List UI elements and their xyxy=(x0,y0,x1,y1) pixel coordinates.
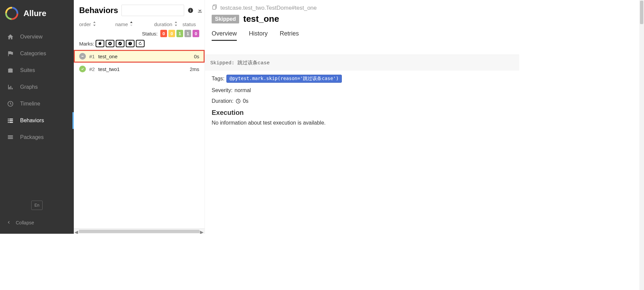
execution-message: No information about test execution is a… xyxy=(212,120,513,126)
collapse-button[interactable]: Collapse xyxy=(0,217,74,229)
duration-label: Duration: xyxy=(212,98,233,104)
severity-value: normal xyxy=(234,87,251,93)
sidebar-item-suites[interactable]: Suites xyxy=(0,62,74,79)
sidebar-item-graphs[interactable]: Graphs xyxy=(0,79,74,95)
tags-label: Tags: xyxy=(212,76,224,82)
sidebar-item-timeline[interactable]: Timeline xyxy=(0,95,74,112)
col-name[interactable]: name xyxy=(99,21,149,27)
col-status[interactable]: status xyxy=(182,21,199,27)
vertical-scrollbar[interactable] xyxy=(639,0,644,234)
test-title: test_one xyxy=(243,14,279,24)
nav-label: Timeline xyxy=(20,101,40,107)
duration-row: Duration: 0s xyxy=(212,98,513,104)
col-duration[interactable]: duration xyxy=(149,21,182,27)
mark-warning-button[interactable] xyxy=(126,40,135,47)
briefcase-icon xyxy=(7,67,14,74)
clock-icon xyxy=(235,98,241,104)
marks-filter-row: Marks: xyxy=(74,39,205,50)
svg-rect-6 xyxy=(190,10,191,12)
sidebar-bottom: En Collapse xyxy=(0,201,74,234)
panel-title: Behaviors xyxy=(79,6,118,15)
status-label: Status: xyxy=(142,31,158,37)
status-chip: Skipped xyxy=(212,15,239,23)
test-name: test_one xyxy=(98,54,191,59)
layers-icon xyxy=(7,134,14,141)
col-order[interactable]: order xyxy=(79,21,99,27)
tab-overview[interactable]: Overview xyxy=(212,28,237,41)
status-badge-passed[interactable]: 1 xyxy=(176,30,183,37)
mark-failed-button[interactable] xyxy=(106,40,114,47)
scroll-left-icon: ◀ xyxy=(74,229,78,233)
details-panel: testcase.test_two.TestDome#test_one Skip… xyxy=(205,0,519,234)
test-name: test_two1 xyxy=(98,66,186,72)
clock-icon xyxy=(7,100,14,107)
svg-rect-12 xyxy=(130,43,130,44)
title-row: Skipped test_one xyxy=(212,14,513,24)
logo-area: Allure xyxy=(0,0,74,28)
status-filter-row: Status: 0 0 1 1 0 xyxy=(74,28,205,39)
test-number: #1 xyxy=(89,54,95,59)
test-row[interactable]: #2 test_two1 2ms xyxy=(74,63,205,75)
nav-label: Behaviors xyxy=(20,118,44,124)
tag-chip: @pytest.mark.skip(reason='跳过该条case') xyxy=(226,75,342,83)
severity-label: Severity: xyxy=(212,87,232,93)
home-icon xyxy=(7,33,14,41)
duration-value: 0s xyxy=(243,98,249,104)
chart-icon xyxy=(7,83,14,91)
nav-label: Overview xyxy=(20,34,43,40)
mark-passed-button[interactable] xyxy=(116,40,124,47)
brand-label: Allure xyxy=(23,9,46,18)
svg-point-8 xyxy=(99,42,101,45)
sort-icon xyxy=(174,21,177,27)
test-path: testcase.test_two.TestDome#test_one xyxy=(220,5,317,11)
collapse-label: Collapse xyxy=(16,220,34,225)
tab-history[interactable]: History xyxy=(249,28,268,41)
mark-retry-button[interactable] xyxy=(136,40,145,47)
status-passed-icon xyxy=(79,66,86,72)
severity-row: Severity: normal xyxy=(212,87,513,93)
status-badge-skipped[interactable]: 1 xyxy=(184,30,191,37)
svg-rect-7 xyxy=(190,9,191,10)
nav-label: Graphs xyxy=(20,84,38,90)
allure-logo-icon xyxy=(5,7,18,20)
test-list: #1 test_one 0s #2 test_two1 2ms xyxy=(74,50,205,228)
copy-icon[interactable] xyxy=(212,4,218,12)
info-icon[interactable] xyxy=(187,6,194,14)
nav: Overview Categories Suites Graphs Timeli… xyxy=(0,28,74,201)
test-number: #2 xyxy=(89,66,95,72)
sidebar-item-packages[interactable]: Packages xyxy=(0,129,74,146)
search-input[interactable] xyxy=(121,5,184,16)
panel-header: Behaviors xyxy=(74,0,205,19)
test-path-row: testcase.test_two.TestDome#test_one xyxy=(212,4,513,12)
nav-label: Packages xyxy=(20,134,44,140)
test-duration: 0s xyxy=(194,54,199,59)
svg-rect-13 xyxy=(130,44,130,45)
sidebar-item-overview[interactable]: Overview xyxy=(0,28,74,45)
skip-message-box: Skipped: 跳过该条case xyxy=(205,55,519,71)
tab-retries[interactable]: Retries xyxy=(280,28,299,41)
sidebar: Allure Overview Categories Suites Graphs… xyxy=(0,0,74,234)
sort-icon xyxy=(93,21,96,27)
status-badge-broken[interactable]: 0 xyxy=(168,30,175,37)
list-icon xyxy=(7,117,14,124)
sidebar-item-categories[interactable]: Categories xyxy=(0,45,74,62)
sidebar-item-behaviors[interactable]: Behaviors xyxy=(0,112,74,129)
tabs: Overview History Retries xyxy=(212,28,513,41)
download-icon[interactable] xyxy=(197,6,203,14)
status-skipped-icon xyxy=(79,53,86,60)
marks-label: Marks: xyxy=(79,41,94,47)
mark-flaky-button[interactable] xyxy=(96,40,104,47)
status-badge-failed[interactable]: 0 xyxy=(160,30,167,37)
scroll-thumb[interactable] xyxy=(640,1,643,24)
skip-message: Skipped: 跳过该条case xyxy=(210,60,514,66)
behaviors-panel: Behaviors order name duration status Sta… xyxy=(74,0,205,234)
language-button[interactable]: En xyxy=(31,201,43,210)
columns-header: order name duration status xyxy=(74,19,205,28)
status-badge-unknown[interactable]: 0 xyxy=(193,30,199,37)
horizontal-scrollbar[interactable]: ◀ ▶ xyxy=(74,228,205,234)
scroll-thumb[interactable] xyxy=(79,230,200,233)
flag-icon xyxy=(7,50,14,57)
scroll-right-icon: ▶ xyxy=(200,229,204,233)
test-row[interactable]: #1 test_one 0s xyxy=(74,50,205,63)
nav-label: Suites xyxy=(20,67,35,73)
